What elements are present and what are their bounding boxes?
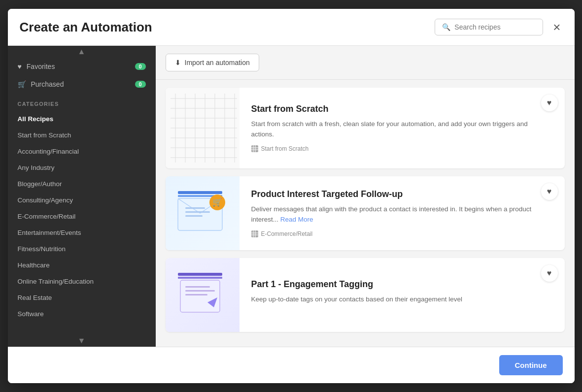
modal-title: Create an Automation xyxy=(20,20,152,35)
favorites-inner: ♥ Favorites xyxy=(18,63,55,70)
recipe-tag-label-product: E-Commerce/Retail xyxy=(261,230,313,237)
recipe-desc-scratch: Start from scratch with a fresh, clean s… xyxy=(251,119,540,139)
recipe-card-product-interest: 🛒 Product Interest Targeted Follow-up De… xyxy=(166,176,565,250)
svg-rect-15 xyxy=(251,145,258,152)
category-online-training[interactable]: Online Training/Education xyxy=(8,273,156,290)
sidebar-item-purchased[interactable]: 🛒 Purchased 0 xyxy=(8,75,156,93)
svg-rect-20 xyxy=(178,191,222,194)
favorite-button-engagement[interactable]: ♥ xyxy=(541,265,558,282)
main-content: ⬇ Import an automation xyxy=(156,46,575,347)
recipe-title-product: Product Interest Targeted Follow-up xyxy=(251,189,540,199)
purchased-label: Purchased xyxy=(31,80,64,88)
recipe-card-engagement: Part 1 - Engagement Tagging Keep up-to-d… xyxy=(166,258,565,332)
category-consulting-agency[interactable]: Consulting/Agency xyxy=(8,192,156,208)
read-more-link-product[interactable]: Read More xyxy=(280,216,313,223)
svg-rect-27 xyxy=(185,215,203,217)
download-icon: ⬇ xyxy=(175,59,181,66)
sidebar-scroll[interactable]: ♥ Favorites 0 🛒 Purchased 0 xyxy=(8,58,156,335)
recipe-desc-engagement: Keep up-to-date tags on your contacts ba… xyxy=(251,294,540,304)
svg-rect-38 xyxy=(185,286,210,288)
modal-footer: Continue xyxy=(8,347,575,383)
category-software[interactable]: Software xyxy=(8,306,156,322)
categories-heading: CATEGORIES xyxy=(8,93,156,111)
header-right: 🔍 × xyxy=(435,19,562,35)
category-all-recipes[interactable]: All Recipes xyxy=(8,111,156,127)
category-healthcare[interactable]: Healthcare xyxy=(8,257,156,273)
recipe-image-product: 🛒 xyxy=(166,176,240,250)
recipe-card-scratch: Start from Scratch Start from scratch wi… xyxy=(166,88,565,168)
cart-icon: 🛒 xyxy=(18,80,26,88)
close-button[interactable]: × xyxy=(551,21,562,33)
recipe-info-scratch: Start from Scratch Start from scratch wi… xyxy=(240,88,565,168)
continue-button[interactable]: Continue xyxy=(499,355,563,375)
favorites-badge: 0 xyxy=(135,63,146,70)
engagement-svg xyxy=(175,270,230,320)
category-accounting-financial[interactable]: Accounting/Financial xyxy=(8,143,156,160)
svg-rect-36 xyxy=(178,277,222,279)
category-blogger-author[interactable]: Blogger/Author xyxy=(8,176,156,192)
scroll-up-arrow[interactable]: ▲ xyxy=(8,46,156,58)
recipe-tag-scratch: Start from Scratch xyxy=(251,145,540,152)
recipe-tag-label-scratch: Start from Scratch xyxy=(261,145,309,152)
svg-rect-39 xyxy=(185,290,215,292)
product-illustration: 🛒 xyxy=(166,176,240,250)
category-real-estate[interactable]: Real Estate xyxy=(8,290,156,306)
svg-rect-25 xyxy=(185,207,205,209)
recipe-desc-product: Deliver messages that align with the pro… xyxy=(251,204,540,225)
modal-overlay: Create an Automation 🔍 × ▲ ♥ xyxy=(0,0,582,392)
tag-grid-icon xyxy=(251,145,258,152)
modal-header: Create an Automation 🔍 × xyxy=(8,9,575,46)
tag-grid-icon-product xyxy=(251,230,258,237)
recipe-image-engagement xyxy=(166,258,240,332)
recipe-title-engagement: Part 1 - Engagement Tagging xyxy=(251,279,540,290)
svg-rect-40 xyxy=(185,294,207,295)
search-input[interactable] xyxy=(454,23,536,31)
category-entertainment-events[interactable]: Entertainment/Events xyxy=(8,225,156,241)
favorite-button-product[interactable]: ♥ xyxy=(541,183,558,200)
category-fitness-nutrition[interactable]: Fitness/Nutrition xyxy=(8,241,156,257)
svg-rect-26 xyxy=(185,211,210,213)
sidebar: ▲ ♥ Favorites 0 🛒 Purchase xyxy=(8,46,156,347)
favorites-label: Favorites xyxy=(27,63,55,70)
svg-text:🛒: 🛒 xyxy=(212,197,222,207)
scratch-grid xyxy=(166,88,240,168)
scroll-down-arrow[interactable]: ▼ xyxy=(8,335,156,347)
purchased-inner: 🛒 Purchased xyxy=(18,80,64,88)
recipe-info-product: Product Interest Targeted Follow-up Deli… xyxy=(240,176,565,250)
modal-body: ▲ ♥ Favorites 0 🛒 Purchase xyxy=(8,46,575,347)
recipe-tag-product: E-Commerce/Retail xyxy=(251,230,540,237)
search-box: 🔍 xyxy=(435,19,543,35)
recipe-info-engagement: Part 1 - Engagement Tagging Keep up-to-d… xyxy=(240,258,565,332)
recipes-list[interactable]: Start from Scratch Start from scratch wi… xyxy=(156,80,575,347)
search-icon: 🔍 xyxy=(442,23,450,31)
svg-rect-30 xyxy=(251,230,258,237)
category-ecommerce-retail[interactable]: E-Commerce/Retail xyxy=(8,208,156,225)
sidebar-item-favorites[interactable]: ♥ Favorites 0 xyxy=(8,58,156,75)
favorite-button-scratch[interactable]: ♥ xyxy=(541,95,558,111)
category-start-from-scratch[interactable]: Start from Scratch xyxy=(8,127,156,143)
purchased-badge: 0 xyxy=(135,81,146,88)
envelope-product-svg: 🛒 xyxy=(175,189,230,238)
engagement-illustration xyxy=(166,258,240,332)
category-any-industry[interactable]: Any Industry xyxy=(8,160,156,176)
create-automation-modal: Create an Automation 🔍 × ▲ ♥ xyxy=(8,9,575,383)
svg-rect-37 xyxy=(180,280,220,312)
import-automation-button[interactable]: ⬇ Import an automation xyxy=(166,54,259,71)
recipe-image-scratch xyxy=(166,88,240,168)
import-bar: ⬇ Import an automation xyxy=(156,46,575,80)
svg-rect-35 xyxy=(178,273,222,276)
import-button-label: Import an automation xyxy=(185,59,250,66)
heart-icon: ♥ xyxy=(18,63,22,70)
recipe-title-scratch: Start from Scratch xyxy=(251,104,540,114)
